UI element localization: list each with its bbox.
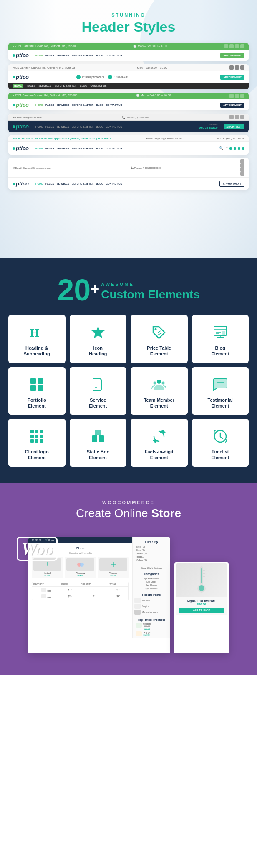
mockup5-nav-links: Home Pages Services Before & After Blog … (35, 147, 122, 150)
mockup1-hours: 🕑 Mon – Sat 8.00 – 18.00 (133, 45, 168, 48)
mockup2-appointment-btn[interactable]: APPOINTMENT (220, 75, 244, 80)
cart-cell-1-qty: 1 (80, 586, 108, 593)
book-icon (91, 377, 106, 392)
element-card-team: Team MemberElement (131, 367, 188, 415)
team-svg-icon (151, 377, 166, 392)
nav-link-before-after[interactable]: BEFORE & AFTER (72, 54, 93, 57)
mockup1-appointment-btn[interactable]: APPOINTMENT (220, 53, 244, 58)
cart-cell-1-product: Item (32, 586, 60, 593)
star-icon (91, 325, 106, 340)
apps-icon (29, 429, 44, 444)
mockup4-nav-contact[interactable]: Contact Us (106, 125, 122, 128)
category-4: Eye Vitamins (134, 587, 169, 590)
header-mockup-4: ✉ Email: info@optico.com 📞 Phone: (+)234… (8, 114, 249, 132)
service-icon (89, 375, 107, 394)
top-rated-item-2: Drug (2) $15.00 (136, 631, 167, 636)
header-mockup-3: ▸ 7821 Carriton Cuevas Rd, Gulfport, MS,… (8, 93, 249, 110)
client-logo-icon (28, 427, 46, 445)
post-thumb-2 (134, 604, 141, 609)
woo-filter-sidebar: Filter By Blue (2) Blue (3) Green (1) Re… (133, 537, 170, 638)
mockup3-nav-pages[interactable]: PAGES (45, 104, 54, 106)
mockup6-phone: 📞 Phone: (+00)888888688 (131, 166, 161, 169)
mockup4-nav-before[interactable]: Before & After (72, 125, 93, 128)
element-card-portfolio: PortfolioElement (8, 367, 66, 415)
mockup2-nav-pages[interactable]: PAGES (27, 85, 35, 87)
mockup6-nav-blog[interactable]: Blog (96, 183, 103, 185)
mockup1-address: ▸ 7821 Carriton Cuevas Rd, Gulfport, MS,… (13, 45, 77, 48)
mockup2-nav-before[interactable]: BEFORE & AFTER (55, 85, 76, 87)
mockup6-appointment-btn[interactable]: APPOINTMENT (219, 181, 244, 187)
cart-col-qty: QUANTITY (80, 582, 108, 587)
svg-line-3 (157, 331, 161, 333)
mockup6-nav-before[interactable]: Before & After (72, 183, 93, 185)
boxes-icon (91, 429, 106, 444)
svg-point-19 (157, 380, 161, 384)
recent-post-2: Surgical (134, 603, 169, 609)
top-rated-original-1: $28.00 (143, 625, 151, 628)
svg-rect-35 (95, 430, 101, 435)
filter-item-red: Red (1) (136, 555, 167, 558)
filter-items: Blue (2) Blue (3) Green (1) Red (1) Yell… (136, 545, 167, 561)
mockup5-nav-services[interactable]: Services (57, 147, 69, 150)
mockup5-nav-pages[interactable]: Pages (45, 147, 54, 150)
mockup5-book-bar: BOOK ONLINE → You can request appointmen… (8, 135, 249, 142)
mockup5-nav-before[interactable]: Before & After (72, 147, 93, 150)
post-title-3: Medical for lorem (142, 611, 158, 613)
mockup2-nav-home[interactable]: HOME (13, 84, 23, 88)
filter-item-blue3: Blue (3) (136, 549, 167, 551)
nav-link-services[interactable]: SERVICES (57, 54, 69, 57)
mockup6-nav-contact[interactable]: Contact Us (106, 183, 122, 185)
mockup3-nav-blog[interactable]: BLOG (96, 104, 103, 106)
cart-cell-2-price: $24 (60, 593, 79, 600)
woo-label: WOOCOMMERCE (8, 500, 249, 505)
mockup6-logo: ptico (13, 180, 29, 187)
shop-product-price-2: $24.00 (66, 574, 94, 577)
mockup4-phone: 📞 Phone: (+)23456789 (122, 116, 149, 119)
mockup5-nav-home[interactable]: Home (35, 147, 43, 150)
clock-icon (213, 429, 228, 444)
cart-row-1: Item $12 1 $12 (32, 586, 128, 593)
svg-line-4 (157, 333, 162, 335)
nav-link-contact[interactable]: CONTACT US (106, 54, 122, 57)
icon-heading-icon (89, 323, 107, 342)
svg-rect-12 (30, 378, 36, 384)
mockup3-nav: ptico HOME PAGES SERVICES BEFORE & AFTER… (8, 99, 249, 110)
mockup4-nav-services[interactable]: Services (57, 125, 69, 128)
mockup4-nav-blog[interactable]: Blog (96, 125, 103, 128)
nav-link-home[interactable]: HOME (35, 54, 43, 57)
mockup5-nav-blog[interactable]: Blog (96, 147, 103, 150)
svg-text:H: H (30, 326, 39, 339)
mockup3-nav-services[interactable]: SERVICES (57, 104, 69, 106)
post-title-2: Surgical (142, 605, 149, 608)
recent-posts-section: Recent Posts Medicine Surgical (133, 592, 170, 617)
cart-col-product: PRODUCT (32, 582, 60, 587)
shop-right-sidebar-label: Shop Right Sidebar (133, 565, 170, 571)
mockup3-nav-before[interactable]: BEFORE & AFTER (72, 104, 93, 106)
nav-link-pages[interactable]: PAGES (45, 54, 54, 57)
nav-link-blog[interactable]: BLOG (96, 54, 103, 57)
mockup4-appointment-btn[interactable]: appointment (224, 124, 244, 129)
svg-rect-14 (30, 385, 36, 391)
mockup3-appointment-btn[interactable]: APPOINTMENT (220, 103, 244, 108)
mockup3-nav-contact[interactable]: CONTACT US (106, 104, 122, 106)
mockup2-nav-contact[interactable]: CONTACT US (91, 85, 107, 87)
mockup2-nav-blog[interactable]: BLOG (80, 85, 87, 87)
mockup6-social (240, 159, 244, 176)
mockup5-nav-contact[interactable]: Contact Us (106, 147, 122, 150)
element-card-testimonial: TestimonialElement (192, 367, 249, 415)
element-card-heading: H Heading &Subheading (8, 315, 66, 363)
mockup3-nav-home[interactable]: HOME (35, 104, 43, 106)
mockup6-nav-pages[interactable]: Pages (45, 183, 54, 185)
svg-rect-31 (35, 439, 38, 443)
top-rated-name-2: Drug (2) (143, 631, 150, 634)
add-to-cart-btn[interactable]: ADD TO CART (179, 608, 224, 613)
mockup6-nav-home[interactable]: Home (35, 183, 43, 185)
mockup2-nav-services[interactable]: SERVICES (39, 85, 51, 87)
mockup4-nav-pages[interactable]: Pages (45, 125, 54, 128)
mockup4-nav-home[interactable]: Home (35, 125, 43, 128)
cart-col-price: PRICE (60, 582, 79, 587)
facts-label: Facts-in-digitElement (145, 449, 174, 461)
mockup6-nav-services[interactable]: Services (57, 183, 69, 185)
mockup3-hours: 🕑 Mon – Sat 8.00 – 18.00 (136, 94, 171, 98)
svg-point-41 (46, 566, 49, 569)
